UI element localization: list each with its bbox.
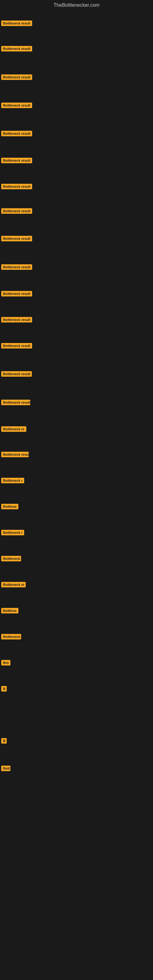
bottleneck-badge: Bot <box>1 660 10 665</box>
bottleneck-item: Bottleneck re <box>1 582 26 589</box>
bottleneck-badge: Bottleneck re <box>1 426 26 432</box>
bottleneck-item: Bottleneck result <box>1 21 32 27</box>
bottleneck-item: Bottleneck result <box>1 400 30 406</box>
bottleneck-item: Bottleneck <box>1 634 21 641</box>
bottleneck-item: Bottleneck r <box>1 478 24 485</box>
bottleneck-item: Bottleneck r <box>1 530 24 536</box>
bottleneck-badge: Bottleneck result <box>1 371 32 377</box>
bottleneck-item: B <box>1 686 7 693</box>
bottleneck-item: Bottleneck result <box>1 371 32 378</box>
bottleneck-badge: Bottleneck result <box>1 452 29 457</box>
bottleneck-badge: Bottleneck result <box>1 131 32 136</box>
bottleneck-item: Bottleneck result <box>1 291 32 298</box>
bottleneck-badge: Bottleneck result <box>1 158 32 163</box>
bottleneck-badge: B <box>1 686 7 692</box>
bottleneck-item: Bottleneck result <box>1 317 32 324</box>
bottleneck-badge: Bottleneck result <box>1 264 32 270</box>
bottleneck-badge: Bottleneck <box>1 634 21 640</box>
bottleneck-item: Bottleneck result <box>1 343 32 350</box>
bottleneck-item: Bottleneck result <box>1 264 32 271</box>
bottleneck-item: Bottleneck result <box>1 184 32 191</box>
bottleneck-badge: Bottleneck re <box>1 582 26 587</box>
bottleneck-badge: Bottlene <box>1 504 18 509</box>
bottleneck-item: Bottleneck result <box>1 75 32 81</box>
bottleneck-item: Bottleneck result <box>1 452 29 458</box>
bottleneck-badge: Bottleneck result <box>1 236 32 241</box>
bottleneck-item: Bottleneck re <box>1 426 26 433</box>
bottleneck-badge: Bottleneck result <box>1 21 32 26</box>
bottleneck-item: Bottleneck result <box>1 131 32 137</box>
bottleneck-badge: Bottleneck result <box>1 317 32 323</box>
bottleneck-badge: Bottleneck <box>1 556 21 562</box>
bottleneck-badge: Bottleneck result <box>1 400 30 405</box>
bottleneck-item: Bottleneck result <box>1 236 32 243</box>
bottleneck-badge: Bott <box>1 766 10 771</box>
bottleneck-item: Bottleneck result <box>1 46 32 52</box>
bottleneck-badge: Bottleneck result <box>1 208 32 214</box>
bottleneck-badge: Bottleneck result <box>1 343 32 348</box>
bottleneck-item: Bottlene <box>1 608 18 615</box>
bottleneck-item: Bottleneck result <box>1 103 32 109</box>
bottleneck-badge: Bottleneck result <box>1 46 32 51</box>
bottleneck-badge: Bottleneck result <box>1 75 32 80</box>
bottleneck-item: B <box>1 738 7 745</box>
bottleneck-item: Bottleneck result <box>1 158 32 164</box>
site-title: TheBottlenecker.com <box>0 0 153 9</box>
bottleneck-badge: Bottleneck result <box>1 291 32 296</box>
bottleneck-badge: Bottleneck r <box>1 478 24 483</box>
bottleneck-item: Bottleneck <box>1 556 21 563</box>
bottleneck-item: Bottleneck result <box>1 208 32 215</box>
bottleneck-item: Bot <box>1 660 10 667</box>
bottleneck-item: Bottlene <box>1 504 18 511</box>
bottleneck-badge: Bottlene <box>1 608 18 613</box>
bottleneck-badge: Bottleneck r <box>1 530 24 535</box>
bottleneck-item: Bott <box>1 766 10 772</box>
bottleneck-badge: Bottleneck result <box>1 184 32 189</box>
bottleneck-badge: Bottleneck result <box>1 103 32 108</box>
bottleneck-badge: B <box>1 738 7 744</box>
